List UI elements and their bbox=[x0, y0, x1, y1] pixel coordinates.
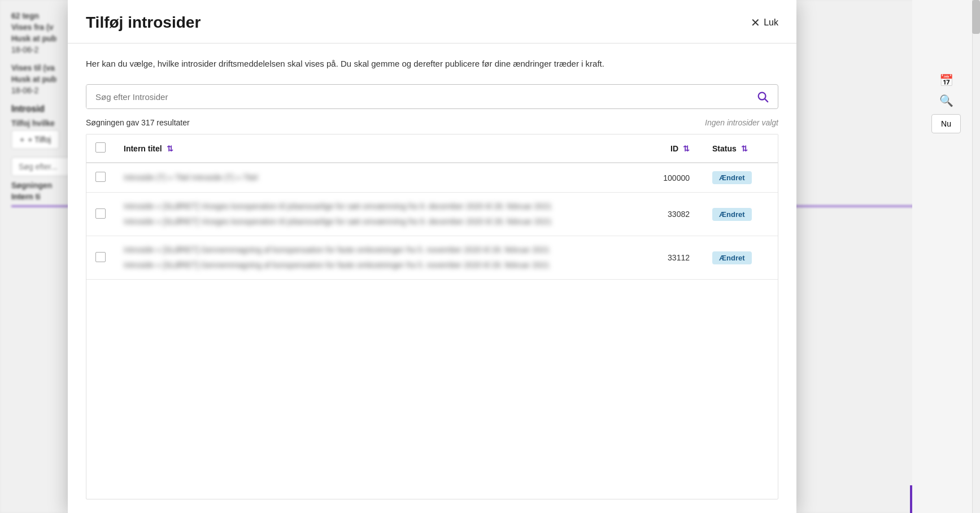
row2-title-lines: Introside » [SLØRET] Viceges konoperatio… bbox=[124, 201, 622, 228]
modal-close-button[interactable]: ✕ Luk bbox=[751, 16, 778, 29]
results-count: Søgningen gav 317 resultater bbox=[86, 118, 190, 127]
select-all-checkbox[interactable] bbox=[95, 142, 106, 153]
row3-status-badge: Ændret bbox=[712, 251, 752, 264]
row1-id: 100000 bbox=[663, 173, 690, 182]
search-input[interactable] bbox=[86, 85, 747, 108]
row3-checkbox-cell bbox=[86, 236, 115, 280]
results-row: Søgningen gav 317 resultater Ingen intro… bbox=[86, 118, 778, 127]
row2-title-line2: Introside » [SLØRET] Viceges konoperatio… bbox=[124, 216, 622, 228]
modal-title: Tilføj introsider bbox=[86, 14, 201, 32]
row3-status-cell: Ændret bbox=[699, 236, 778, 280]
title-col-label: Intern titel bbox=[124, 144, 162, 153]
row3-id-cell: 33112 bbox=[631, 236, 699, 280]
row1-status-badge: Ændret bbox=[712, 171, 752, 184]
modal-header: Tilføj introsider ✕ Luk bbox=[68, 0, 796, 44]
row1-title-cell: Introside (T) » Titel Introside (T) » Ti… bbox=[115, 163, 631, 193]
table-row: Introside (T) » Titel Introside (T) » Ti… bbox=[86, 163, 778, 193]
row2-status-cell: Ændret bbox=[699, 193, 778, 236]
bg-right-panel: 📅 🔍 Nu bbox=[912, 0, 980, 513]
row2-checkbox[interactable] bbox=[95, 208, 106, 219]
row2-status-badge: Ændret bbox=[712, 208, 752, 221]
row1-checkbox-cell bbox=[86, 163, 115, 193]
row3-checkbox[interactable] bbox=[95, 252, 106, 262]
header-checkbox bbox=[86, 134, 115, 163]
row2-title-cell: Introside » [SLØRET] Viceges konoperatio… bbox=[115, 193, 631, 236]
modal-scrollbar[interactable] bbox=[972, 0, 980, 513]
row3-title-lines: Introside » [SLØRET] Gennemmagning af ko… bbox=[124, 244, 622, 271]
id-sort-icon[interactable]: ⇅ bbox=[683, 144, 690, 153]
id-col-label: ID bbox=[670, 144, 678, 153]
modal-body: Her kan du vælge, hvilke introsider drif… bbox=[68, 44, 796, 513]
row1-status-cell: Ændret bbox=[699, 163, 778, 193]
close-x-icon: ✕ bbox=[751, 16, 760, 29]
row2-title-line1: Introside » [SLØRET] Viceges konoperatio… bbox=[124, 201, 622, 212]
row1-title-lines: Introside (T) » Titel Introside (T) » Ti… bbox=[124, 172, 622, 184]
search-icon bbox=[756, 90, 769, 103]
header-status[interactable]: Status ⇅ bbox=[699, 134, 778, 163]
row2-checkbox-cell bbox=[86, 193, 115, 236]
header-id[interactable]: ID ⇅ bbox=[631, 134, 699, 163]
table-container[interactable]: Intern titel ⇅ ID ⇅ Status ⇅ bbox=[86, 134, 778, 499]
row3-title-line2: Introside » [SLØRET] Gennemmagning af ko… bbox=[124, 259, 622, 271]
bg-plus-icon: + bbox=[20, 135, 24, 144]
svg-line-1 bbox=[765, 99, 768, 102]
row1-id-cell: 100000 bbox=[631, 163, 699, 193]
bg-tilfoj-btn-label: + Tilfoj bbox=[28, 135, 51, 144]
table-row: Introside » [SLØRET] Gennemmagning af ko… bbox=[86, 236, 778, 280]
row1-checkbox[interactable] bbox=[95, 172, 106, 182]
status-sort-icon[interactable]: ⇅ bbox=[741, 144, 748, 153]
table-row: Introside » [SLØRET] Viceges konoperatio… bbox=[86, 193, 778, 236]
modal-description: Her kan du vælge, hvilke introsider drif… bbox=[86, 57, 778, 71]
search-button[interactable] bbox=[747, 85, 778, 108]
modal-dialog: Tilføj introsider ✕ Luk Her kan du vælge… bbox=[68, 0, 796, 513]
row2-id: 33082 bbox=[668, 210, 690, 219]
bg-tilfoj-button: + + Tilfoj bbox=[11, 130, 59, 149]
bg-nu-button: Nu bbox=[931, 114, 961, 133]
row3-id: 33112 bbox=[668, 253, 690, 262]
no-selection-text: Ingen introsider valgt bbox=[705, 118, 778, 127]
scrollbar-thumb[interactable] bbox=[972, 0, 980, 34]
row2-id-cell: 33082 bbox=[631, 193, 699, 236]
row3-title-cell: Introside » [SLØRET] Gennemmagning af ko… bbox=[115, 236, 631, 280]
status-col-label: Status bbox=[712, 144, 737, 153]
bg-intern-ti-label: Intern ti bbox=[11, 192, 40, 201]
magnifier-icon: 🔍 bbox=[939, 94, 953, 107]
table-header: Intern titel ⇅ ID ⇅ Status ⇅ bbox=[86, 134, 778, 163]
search-container bbox=[86, 84, 778, 109]
title-sort-icon[interactable]: ⇅ bbox=[167, 144, 173, 153]
header-row: Intern titel ⇅ ID ⇅ Status ⇅ bbox=[86, 134, 778, 163]
header-title[interactable]: Intern titel ⇅ bbox=[115, 134, 631, 163]
row3-title-line1: Introside » [SLØRET] Gennemmagning af ko… bbox=[124, 244, 622, 256]
close-label: Luk bbox=[764, 18, 778, 28]
table-body: Introside (T) » Titel Introside (T) » Ti… bbox=[86, 163, 778, 280]
row1-title-line1: Introside (T) » Titel Introside (T) » Ti… bbox=[124, 172, 622, 184]
introsider-table: Intern titel ⇅ ID ⇅ Status ⇅ bbox=[86, 134, 778, 280]
calendar-icon: 📅 bbox=[939, 73, 953, 87]
